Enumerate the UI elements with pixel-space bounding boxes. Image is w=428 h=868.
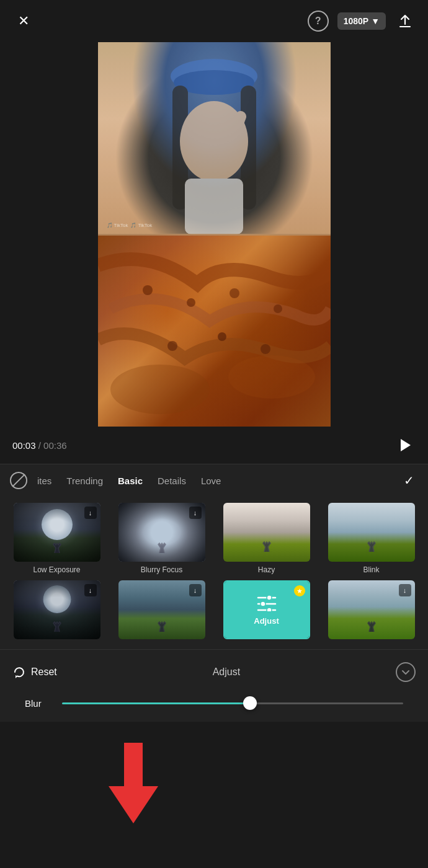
- blur-slider[interactable]: [62, 697, 403, 709]
- svg-point-22: [267, 608, 272, 611]
- deer-icon-6: [152, 619, 172, 633]
- filter-thumb-adjust: ★ Adjust: [223, 580, 310, 639]
- download-badge-8: ↓: [399, 584, 411, 596]
- reset-button[interactable]: Reset: [12, 665, 57, 679]
- adjust-thumb-label: Adjust: [254, 616, 279, 626]
- filter-grid-row2: ↓ ↓ ★: [0, 580, 428, 649]
- svg-point-12: [218, 332, 226, 341]
- close-icon: ✕: [18, 13, 29, 29]
- video-top-clip: 🎵 TikTok 🎵 TikTok: [98, 42, 331, 234]
- svg-point-8: [187, 298, 195, 307]
- video-bottom-clip: [98, 234, 331, 427]
- video-divider: [98, 234, 331, 236]
- tab-love[interactable]: Love: [194, 472, 229, 490]
- adjust-section-label: Adjust: [213, 666, 240, 678]
- download-badge-2: ↓: [189, 507, 202, 519]
- expand-icon: [401, 667, 411, 677]
- deer-icon-8: [362, 619, 381, 633]
- filter-label-blurry-focus: Blurry Focus: [141, 565, 182, 574]
- slider-thumb[interactable]: [243, 696, 257, 710]
- svg-point-7: [143, 285, 153, 295]
- filter-grid-row1: ↓ Low Exposure ↓ Blurry Focus Hazy: [0, 497, 428, 580]
- svg-point-9: [230, 288, 239, 298]
- expand-button[interactable]: [396, 662, 416, 682]
- playback-bar: 00:03 / 00:36: [0, 427, 428, 464]
- svg-point-15: [228, 355, 315, 399]
- filter-thumb-blink: [328, 503, 415, 562]
- deer-icon-hazy: [257, 539, 277, 553]
- adjust-sliders-icon: [256, 594, 278, 611]
- svg-point-20: [261, 601, 265, 606]
- filter-item-low-exposure[interactable]: ↓ Low Exposure: [6, 503, 107, 574]
- resolution-arrow-icon: ▼: [371, 16, 380, 26]
- tab-details[interactable]: Details: [150, 472, 194, 490]
- filter-label-low-exposure: Low Exposure: [33, 565, 80, 574]
- reset-icon: [12, 665, 26, 679]
- filter-label-hazy: Hazy: [258, 565, 275, 574]
- blur-slider-section: Blur: [12, 688, 416, 722]
- reset-label: Reset: [31, 666, 57, 678]
- filter-thumb-hazy: [223, 503, 310, 562]
- slider-track: [62, 702, 403, 704]
- filter-label-blink: Blink: [363, 565, 379, 574]
- svg-point-18: [267, 595, 272, 600]
- deer-icon-5: [47, 619, 67, 633]
- video-preview: 🎵 TikTok 🎵 TikTok: [98, 42, 331, 427]
- food-overlay: [98, 234, 331, 427]
- tab-basic[interactable]: Basic: [110, 472, 150, 490]
- download-badge-6: ↓: [189, 584, 202, 596]
- play-button[interactable]: [393, 434, 416, 456]
- filter-item-hazy[interactable]: Hazy: [216, 503, 317, 574]
- filter-item-blink[interactable]: Blink: [321, 503, 422, 574]
- red-arrow-indicator: [109, 744, 158, 823]
- resolution-label: 1080P: [344, 16, 368, 26]
- svg-marker-16: [401, 439, 411, 451]
- confirm-button[interactable]: ✓: [400, 471, 418, 490]
- tab-ites[interactable]: ites: [30, 472, 59, 490]
- arrow-head: [109, 786, 158, 823]
- svg-point-11: [167, 341, 177, 351]
- filter-item-blurry-focus[interactable]: ↓ Blurry Focus: [111, 503, 212, 574]
- close-button[interactable]: ✕: [12, 10, 35, 32]
- svg-point-10: [274, 304, 282, 313]
- upload-button[interactable]: [395, 11, 416, 32]
- resolution-button[interactable]: 1080P ▼: [337, 12, 386, 30]
- filter-thumb-6: ↓: [118, 580, 205, 639]
- filter-tabs: ites Trending Basic Details Love ✓: [0, 464, 428, 497]
- upload-icon: [397, 13, 413, 29]
- download-badge: ↓: [84, 507, 97, 519]
- filter-thumb-8: ↓: [328, 580, 415, 639]
- total-time: 00:36: [43, 440, 67, 451]
- download-badge-5: ↓: [84, 584, 97, 596]
- deer-icon-blink: [362, 539, 381, 553]
- arrow-shaft: [124, 743, 143, 786]
- svg-point-14: [110, 365, 210, 414]
- deer-icon-blur: [152, 541, 172, 554]
- blur-label: Blur: [25, 698, 50, 709]
- svg-point-13: [261, 344, 270, 354]
- filter-item-8[interactable]: ↓: [321, 580, 422, 643]
- filter-item-6[interactable]: ↓: [111, 580, 212, 643]
- filter-item-adjust[interactable]: ★ Adjust: [216, 580, 317, 643]
- deer-icon: [47, 541, 67, 554]
- tab-trending[interactable]: Trending: [59, 472, 110, 490]
- video-container: 🎵 TikTok 🎵 TikTok: [98, 42, 331, 427]
- filter-thumb-low-exposure: ↓: [14, 503, 100, 562]
- star-badge: ★: [294, 585, 305, 596]
- filter-thumb-5: ↓: [14, 580, 100, 639]
- slider-row: Blur: [12, 697, 416, 709]
- current-time: 00:03: [12, 440, 36, 451]
- time-display: 00:03 / 00:36: [12, 440, 67, 451]
- top-bar-right: ? 1080P ▼: [308, 11, 416, 32]
- top-bar: ✕ ? 1080P ▼: [0, 0, 428, 42]
- filter-item-5[interactable]: ↓: [6, 580, 107, 643]
- no-filter-icon[interactable]: [10, 472, 27, 489]
- svg-rect-6: [98, 42, 331, 234]
- play-icon: [396, 436, 413, 454]
- help-icon: ?: [315, 16, 321, 27]
- bottom-row: Reset Adjust: [12, 656, 416, 688]
- person-overlay: [98, 42, 331, 234]
- bottom-controls: Reset Adjust Blur: [0, 649, 428, 722]
- help-button[interactable]: ?: [308, 11, 329, 32]
- filter-thumb-blurry-focus: ↓: [118, 503, 205, 562]
